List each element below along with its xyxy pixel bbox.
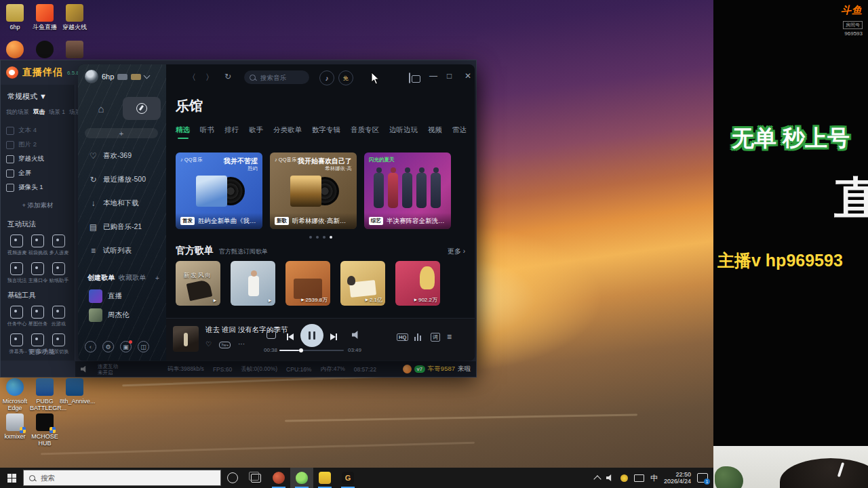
notification-icon[interactable]: 1	[697, 473, 708, 483]
home-tab[interactable]: ⌂	[83, 97, 119, 120]
sound-effect-icon[interactable]	[414, 333, 421, 341]
free-data-icon[interactable]: 免	[338, 70, 353, 85]
playlist-cover-2[interactable]	[231, 261, 275, 306]
tab-quality[interactable]: 音质专区	[351, 125, 379, 135]
back-button[interactable]: 〈	[188, 72, 196, 83]
sidebar-item-recent[interactable]: ↻最近播放-500	[89, 175, 146, 184]
tray-qq-icon[interactable]	[620, 474, 628, 482]
pause-button[interactable]	[300, 324, 323, 347]
like-icon[interactable]: ♡	[205, 340, 212, 348]
sidebar-item-downloads[interactable]: ↓本地和下载	[89, 199, 139, 208]
tab-singer[interactable]: 歌手	[249, 125, 263, 135]
desktop-icon-8th-annive[interactable]: 8th_Annive...	[60, 378, 90, 405]
play-queue-icon[interactable]: ≡	[447, 332, 452, 342]
forward-button[interactable]: 〉	[205, 72, 214, 83]
tool-lucky-bag[interactable]: 福袋挑战	[27, 235, 48, 256]
banner-card-1[interactable]: ♪ QQ音乐 我并不苦涩 胜屿 首发胜屿全新单曲《我并不苦…	[176, 152, 262, 229]
mode-dropdown[interactable]: 常规模式 ▼	[7, 92, 69, 102]
add-source-button[interactable]: + 添加素材	[6, 201, 69, 210]
qq-icon[interactable]	[36, 41, 54, 58]
hq-quality-button[interactable]: HQ	[397, 333, 408, 341]
dot-active[interactable]	[330, 236, 332, 239]
taskbar-search-input[interactable]	[39, 473, 191, 483]
song-recognition-icon[interactable]: ♪	[319, 70, 334, 85]
start-button[interactable]	[0, 468, 23, 488]
tool-predict[interactable]: 预言玩法	[6, 262, 27, 284]
create-playlist-tab[interactable]: 创建歌单	[87, 273, 115, 283]
sidebar-item-artist[interactable]: 周杰伦	[89, 308, 130, 322]
tool-multi-link[interactable]: 多人连麦	[48, 235, 69, 256]
close-button[interactable]: ✕	[465, 71, 471, 81]
scene-tab[interactable]: 场景 1	[49, 108, 65, 117]
network-icon[interactable]	[634, 474, 644, 482]
user-account[interactable]: 6hp	[85, 70, 149, 83]
source-row-text[interactable]: 文本 4	[6, 123, 69, 138]
previous-button[interactable]	[287, 331, 294, 343]
source-row-image[interactable]: 图片 2	[6, 138, 69, 152]
maximize-button[interactable]: □	[447, 71, 452, 81]
play-mode-icon[interactable]	[267, 331, 276, 339]
theme-icon[interactable]: ▣	[120, 341, 132, 352]
tab-listen-play[interactable]: 边听边玩	[389, 125, 418, 135]
muted-speaker-icon[interactable]	[81, 366, 89, 373]
games-icon[interactable]: ◫	[138, 341, 149, 352]
add-shortcut-button[interactable]: +	[85, 128, 158, 138]
minimize-button[interactable]: —	[429, 71, 437, 81]
banner-card-2[interactable]: ♪ QQ音乐 我开始喜欢自己了 希林娜依·高 新歌听希林娜依·高新歌，学会…	[270, 152, 357, 229]
progress-knob[interactable]	[299, 348, 303, 352]
tool-cloud-game[interactable]: 云游戏	[48, 306, 69, 327]
refresh-button[interactable]: ↻	[224, 72, 231, 81]
tool-task-center[interactable]: 任务中心	[6, 306, 27, 327]
source-row-fullscreen[interactable]: 全屏	[6, 166, 69, 180]
playlist-cover-5[interactable]: 902.2万	[395, 261, 440, 306]
music-search-box[interactable]	[244, 70, 309, 84]
now-playing-thumbnail[interactable]	[173, 326, 199, 352]
playlist-cover-4[interactable]: 2.1亿	[340, 261, 385, 306]
comments-icon[interactable]: 7w+	[219, 342, 231, 348]
desktop-icon-kxmixer[interactable]: kxmixer	[0, 413, 30, 440]
app-icon[interactable]	[66, 41, 83, 58]
desktop-icon-6hp[interactable]: 6hp	[0, 4, 30, 30]
desktop-icon-douyu[interactable]: 斗鱼直播	[30, 4, 60, 30]
dot[interactable]	[309, 236, 312, 239]
source-row-camera[interactable]: 摄像头 1	[6, 180, 69, 195]
tab-video[interactable]: 视频	[428, 125, 442, 135]
source-row-crossfire[interactable]: 穿越火线	[6, 152, 69, 166]
mini-player-button[interactable]	[409, 73, 410, 83]
taskbar-search[interactable]	[23, 470, 221, 486]
taskbar-app-active[interactable]	[290, 468, 313, 488]
desktop-icon-mchose[interactable]: MCHOSE HUB	[30, 413, 60, 447]
task-view-button[interactable]	[244, 468, 267, 488]
fav-playlist-tab[interactable]: 收藏歌单	[119, 273, 146, 283]
scene-tab[interactable]: 我的场景	[6, 108, 29, 117]
more-icon[interactable]: ···	[238, 340, 245, 348]
tool-command[interactable]: 主播口令	[27, 262, 48, 284]
browser-icon[interactable]	[6, 41, 24, 58]
more-functions-button[interactable]: ··· 更多功能	[1, 348, 75, 357]
dot[interactable]	[323, 236, 326, 239]
volume-icon[interactable]	[606, 474, 614, 481]
tray-expand-icon[interactable]	[593, 475, 601, 483]
volume-icon[interactable]	[352, 331, 361, 339]
scene-tab-active[interactable]: 双击	[33, 108, 45, 117]
search-input[interactable]	[259, 73, 309, 82]
cortana-button[interactable]	[221, 468, 244, 488]
tool-sticker[interactable]: 贴纸助手	[48, 262, 69, 284]
progress-bar[interactable]	[279, 350, 344, 351]
sidebar-item-purchased[interactable]: ▤已购音乐-21	[89, 222, 142, 232]
tab-digital-album[interactable]: 数字专辑	[312, 125, 340, 135]
tool-star-task[interactable]: 星图任务	[27, 306, 48, 327]
ime-indicator[interactable]: 中	[650, 473, 658, 483]
tab-category[interactable]: 分类歌单	[273, 125, 302, 135]
sidebar-item-live[interactable]: 直播	[89, 289, 122, 303]
tool-video-link[interactable]: 视频连麦	[6, 235, 27, 256]
dot[interactable]	[316, 236, 319, 239]
collapse-icon[interactable]: ‹	[85, 341, 96, 352]
banner-card-3[interactable]: 闪光的夏天 综艺半决赛阵容全新洗牌！星…	[364, 152, 451, 229]
settings-icon[interactable]: ⚙	[102, 341, 114, 352]
sidebar-item-likes[interactable]: ♡喜欢-369	[89, 151, 132, 161]
taskbar-app-qq[interactable]	[313, 468, 336, 488]
more-link[interactable]: 更多 ›	[448, 247, 465, 256]
tab-radar[interactable]: 雷达	[452, 125, 467, 135]
tab-featured[interactable]: 精选	[176, 125, 190, 135]
